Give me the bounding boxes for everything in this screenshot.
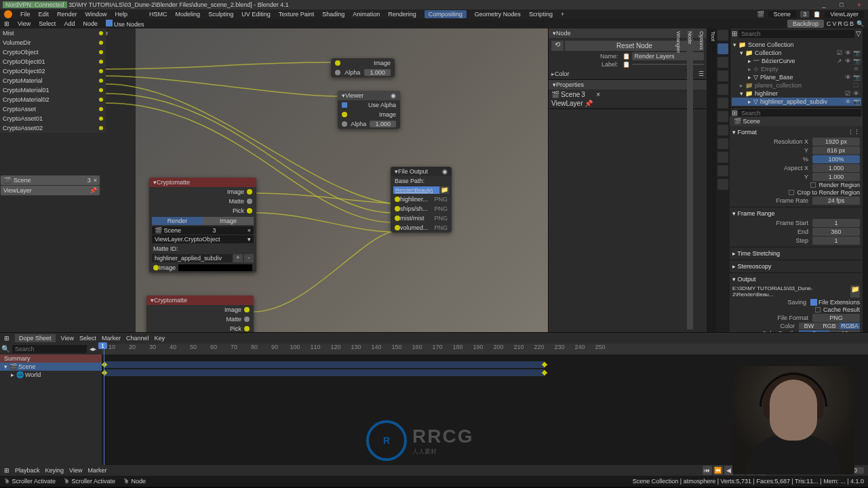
dope-mode[interactable]: Dope Sheet <box>15 334 56 342</box>
menu-help[interactable]: Help <box>115 11 128 18</box>
prop-scene[interactable] <box>717 70 728 81</box>
window-minimize[interactable]: _ <box>818 1 830 8</box>
outliner-search-input[interactable] <box>738 30 854 38</box>
menu-edit[interactable]: Edit <box>39 11 50 18</box>
tab-sculpting[interactable]: Sculpting <box>208 11 233 18</box>
prop-material[interactable] <box>717 165 728 176</box>
outliner-root[interactable]: ▾📁Scene Collection <box>732 41 861 49</box>
window-close[interactable]: × <box>853 1 865 8</box>
menu-view[interactable]: View <box>18 20 31 27</box>
viewlayer-selector[interactable]: ViewLayer <box>825 11 864 18</box>
tab-rendering[interactable]: Rendering <box>388 11 416 18</box>
menu-node[interactable]: Node <box>83 20 98 27</box>
node-label-input[interactable] <box>632 64 705 65</box>
prop-texture[interactable] <box>717 179 728 190</box>
framerate-input[interactable]: 24 fps <box>812 197 860 205</box>
dope-search-input[interactable] <box>12 345 87 353</box>
prev-key-icon[interactable]: ⏪ <box>713 466 723 475</box>
prop-object[interactable] <box>717 98 728 108</box>
dope-summary[interactable]: Summary <box>0 354 102 363</box>
cryptomatte-node-1[interactable]: ▾ Cryptomatte Image Matte Pick Render Im… <box>149 178 256 272</box>
outliner-highliner-mesh[interactable]: ▸▽highliner_applied_subdiv👁📷 <box>732 98 861 106</box>
outliner-empty[interactable]: ▸⊹Empty👁 <box>732 65 861 73</box>
tab-node-side[interactable]: Node <box>687 31 693 329</box>
menu-add[interactable]: Add <box>64 20 75 27</box>
menu-render[interactable]: Render <box>57 11 77 18</box>
output-path-input[interactable]: E:\3D\MY TUTORIALS\03_Dune-2\Render\Beau… <box>732 285 849 298</box>
dope-type-icon[interactable]: ⊞ <box>4 335 9 342</box>
tab-hsmc[interactable]: HSMC <box>149 11 167 18</box>
base-path-input[interactable]: Render\Beauty\ <box>393 186 439 194</box>
use-nodes-checkbox[interactable] <box>106 20 113 26</box>
frame-start-input[interactable]: 1 <box>812 219 860 227</box>
render-layers-node[interactable]: Mist VolumeDir CryptoObject CryptoObject… <box>0 28 106 133</box>
node-name-input[interactable]: Render Layers <box>632 52 705 60</box>
res-x-input[interactable]: 1920 px <box>812 138 860 146</box>
tab-modeling[interactable]: Modeling <box>176 11 201 18</box>
res-y-input[interactable]: 816 px <box>812 146 860 155</box>
outliner-collection[interactable]: ▾📁Collection☑👁📷 <box>732 49 861 57</box>
cryptomatte-node-2[interactable]: ▾ Cryptomatte Image Matte Pick Render Im… <box>146 296 254 332</box>
scene-selector[interactable]: Scene <box>768 11 797 18</box>
tab-scripting[interactable]: Scripting <box>529 11 553 18</box>
frame-end-input[interactable]: 360 <box>812 228 860 236</box>
menu-file[interactable]: File <box>20 11 31 18</box>
menu-window[interactable]: Window <box>85 11 107 18</box>
prop-output[interactable] <box>717 43 728 54</box>
matte-remove[interactable]: - <box>244 254 254 262</box>
jump-start-icon[interactable]: ⏮ <box>703 466 712 475</box>
refresh-icon[interactable]: ⟲ <box>551 41 564 51</box>
menu-select[interactable]: Select <box>39 20 56 27</box>
timeline-type-icon[interactable]: ⊞ <box>4 467 9 474</box>
zoom-icon[interactable]: 🔍 <box>856 20 864 27</box>
tab-options[interactable]: Options <box>698 31 705 329</box>
channel-icons[interactable]: CVRGB <box>827 20 854 27</box>
prop-physics[interactable] <box>717 125 728 136</box>
window-maximize[interactable]: □ <box>835 1 848 8</box>
outliner-type-icon[interactable]: ⊞ <box>732 30 737 38</box>
tab-uv[interactable]: UV Editing <box>241 11 271 18</box>
crypto-image-tab[interactable]: Image <box>203 217 254 225</box>
prop-constraint[interactable] <box>717 138 728 149</box>
prop-viewlayer[interactable] <box>717 57 728 68</box>
outliner-highliner[interactable]: ▾📁highliner☑👁 <box>732 89 861 98</box>
prop-world[interactable] <box>717 84 728 95</box>
aspect-y-input[interactable]: 1.000 <box>812 173 860 181</box>
render-layers-scene-box[interactable]: 🎬Scene3× ViewLayer📌 <box>0 175 100 196</box>
tab-add[interactable]: + <box>561 11 564 18</box>
res-pct-input[interactable]: 100% <box>812 155 860 163</box>
tab-texpaint[interactable]: Texture Paint <box>279 11 315 18</box>
dope-scene[interactable]: ▾ 🎬 Scene <box>0 363 102 371</box>
tab-wrangler[interactable]: Wrangler <box>675 31 682 329</box>
render-region-check[interactable] <box>810 182 816 188</box>
node-editor[interactable]: ◂Scene▸Compositing Nodetree Mist VolumeD… <box>0 28 548 332</box>
prop-modifier[interactable] <box>717 111 728 122</box>
tab-geonodes[interactable]: Geometry Nodes <box>475 11 521 18</box>
prop-data[interactable] <box>717 152 728 163</box>
tab-compositing[interactable]: Compositing <box>425 10 467 18</box>
prop-render[interactable] <box>717 30 728 41</box>
matte-id-input[interactable]: highliner_applied_subdiv <box>152 254 232 262</box>
filter-icon[interactable]: ▽ <box>856 30 861 38</box>
file-format-select[interactable]: PNG <box>812 314 860 322</box>
aspect-x-input[interactable]: 1.000 <box>812 164 860 172</box>
frame-step-input[interactable]: 1 <box>812 237 860 245</box>
outliner-planes-coll[interactable]: ▸📁planes_collection☐ <box>732 81 861 89</box>
matte-add[interactable]: + <box>233 254 243 262</box>
file-output-node[interactable]: ▾ File Output◉ Base Path: Render\Beauty\… <box>391 167 452 232</box>
dope-world[interactable]: ▸ 🌐 World <box>0 371 102 379</box>
tab-tool[interactable]: Tool <box>710 31 716 329</box>
reset-node-button[interactable]: Reset Node <box>565 41 704 51</box>
outliner-plane[interactable]: ▸▽Plane_Base👁📷 <box>732 73 861 81</box>
tab-shading[interactable]: Shading <box>322 11 344 18</box>
current-frame-badge[interactable]: 1 <box>98 342 107 349</box>
folder-icon[interactable]: 📁 <box>439 186 449 194</box>
crypto-render-tab[interactable]: Render <box>152 217 203 225</box>
outliner-bezier[interactable]: ▸〰BézierCurve↗👁📷 <box>732 57 861 65</box>
backdrop-button[interactable]: Backdrop <box>787 20 824 28</box>
crop-check[interactable] <box>789 190 794 195</box>
composite-node[interactable]: Image Alpha1.000 <box>331 58 395 77</box>
folder-browse-icon[interactable]: 📁 <box>850 285 860 298</box>
editor-type-icon[interactable]: ⊞ <box>4 20 9 27</box>
tab-animation[interactable]: Animation <box>353 11 380 18</box>
